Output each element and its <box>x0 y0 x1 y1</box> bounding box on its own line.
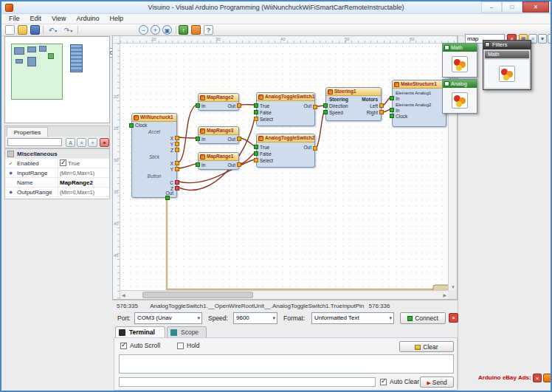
upload-arduino-icon[interactable] <box>179 25 188 35</box>
expand-all-icon[interactable]: + <box>88 138 97 147</box>
enabled-checkbox[interactable] <box>60 159 66 166</box>
zoom-fit-icon[interactable] <box>162 25 172 35</box>
block-maprange3[interactable]: MapRange3 In Out <box>198 126 239 144</box>
tab-scope[interactable]: Scope <box>167 326 207 338</box>
pin-clock[interactable] <box>390 114 394 118</box>
pin-false[interactable] <box>254 151 258 156</box>
pin-in[interactable] <box>196 162 200 167</box>
clear-button[interactable]: Clear <box>399 341 454 352</box>
pin-panel-icon[interactable]: ✦ <box>100 138 109 147</box>
connect-button[interactable]: Connect <box>400 312 446 324</box>
pin-right[interactable] <box>379 110 384 114</box>
category-header-analog[interactable]: Analog <box>443 80 477 88</box>
pin-button-z[interactable] <box>175 186 179 190</box>
tab-terminal[interactable]: Terminal <box>115 326 165 338</box>
menu-arduino[interactable]: Arduino <box>71 14 104 23</box>
title-bar[interactable]: Visuino - Visual Arduino Programming (Wi… <box>1 1 551 14</box>
redo-icon[interactable] <box>61 25 75 35</box>
block-analogtoggleswitch2[interactable]: AnalogToggleSwitch2 True False Select Ou… <box>256 134 315 168</box>
save-file-icon[interactable] <box>30 25 40 35</box>
minimize-button[interactable] <box>481 1 502 13</box>
maximize-button[interactable] <box>502 1 522 13</box>
pin-select[interactable] <box>254 158 258 162</box>
pin-direction[interactable] <box>323 103 328 108</box>
terminal-output[interactable] <box>119 354 454 374</box>
filters-category-math[interactable]: Math <box>485 51 529 58</box>
pin-button-c[interactable] <box>175 180 179 185</box>
pin-in-analog1[interactable] <box>390 96 394 100</box>
block-header[interactable]: AnalogToggleSwitch1 <box>257 93 314 101</box>
pin-out[interactable] <box>237 137 241 141</box>
block-header[interactable]: MapRange1 <box>199 153 238 161</box>
block-analogtoggleswitch1[interactable]: AnalogToggleSwitch1 True False Select Ou… <box>256 92 315 126</box>
component-tile[interactable] <box>485 60 529 88</box>
block-header[interactable]: Steering1 <box>326 88 381 96</box>
pin-out[interactable] <box>313 146 317 151</box>
pin-accel-x[interactable] <box>175 136 179 140</box>
pin-speed[interactable] <box>323 110 328 114</box>
pin-true[interactable] <box>254 103 258 108</box>
property-row-enabled[interactable]: ✓ Enabled True <box>5 159 109 168</box>
pin-clock[interactable] <box>129 123 134 128</box>
pin-stick-x[interactable] <box>175 161 179 165</box>
tab-properties[interactable]: Properties <box>7 127 48 137</box>
component-tile[interactable] <box>443 88 477 113</box>
send-input[interactable] <box>119 377 376 387</box>
property-category-row[interactable]: Miscellaneous <box>5 149 109 159</box>
pin-in[interactable] <box>196 103 200 108</box>
pin-false[interactable] <box>254 110 258 114</box>
open-file-icon[interactable] <box>18 25 27 35</box>
close-button[interactable] <box>522 1 549 13</box>
block-header[interactable]: WiiNunchuck1 <box>132 114 176 122</box>
block-wiinunchuck1[interactable]: WiiNunchuck1 Clock Accel X Y Z Stick X Y… <box>131 113 177 198</box>
wire-color-icon[interactable] <box>191 25 201 35</box>
block-maprange1[interactable]: MapRange1 In Out <box>198 152 239 170</box>
auto-scroll-checkbox[interactable] <box>120 343 127 349</box>
menu-help[interactable]: Help <box>104 14 128 23</box>
block-header[interactable]: MakeStructure1 <box>393 80 446 89</box>
pin-select[interactable] <box>254 117 258 121</box>
send-button[interactable]: ▶Send <box>420 376 454 388</box>
pin-in-analog2[interactable] <box>390 108 394 112</box>
help-icon[interactable] <box>204 25 213 35</box>
pin-in[interactable] <box>196 137 200 141</box>
palette-category-math[interactable]: Math <box>442 43 477 78</box>
pin-true[interactable] <box>254 145 258 149</box>
port-select[interactable]: COM3 (Unav <box>134 312 202 324</box>
menu-file[interactable]: File <box>4 14 25 23</box>
menu-view[interactable]: View <box>46 14 71 23</box>
horizontal-scrollbar[interactable]: ◀▶ <box>120 290 448 299</box>
hold-checkbox[interactable] <box>177 343 184 349</box>
design-canvas[interactable]: 20 30 40 50 60 20 25 30 35 40 45 <box>112 35 458 300</box>
categorized-view-icon[interactable]: ≡ <box>77 138 86 147</box>
close-ads-icon[interactable]: × <box>533 374 542 382</box>
property-row-outputrange[interactable]: ◆ OutputRange (Min=0,Max=1) <box>5 188 109 197</box>
overview-minimap[interactable] <box>4 36 110 123</box>
properties-search-input[interactable] <box>7 138 62 146</box>
zoom-in-icon[interactable] <box>151 25 160 35</box>
block-header[interactable]: AnalogToggleSwitch2 <box>257 134 314 142</box>
block-header[interactable]: MapRange3 <box>199 127 238 135</box>
palette-more-icon[interactable] <box>548 34 552 44</box>
palette-category-analog[interactable]: Analog <box>442 79 477 114</box>
pin-out[interactable] <box>237 162 241 167</box>
pin-accel-z[interactable] <box>175 148 179 152</box>
pin-out[interactable] <box>165 196 170 200</box>
close-terminal-panel-icon[interactable]: × <box>449 313 458 323</box>
property-row-name[interactable]: Name MapRange2 <box>5 178 109 188</box>
block-header[interactable]: MapRange2 <box>199 94 238 102</box>
undo-icon[interactable] <box>46 25 60 35</box>
pin-accel-y[interactable] <box>175 142 179 146</box>
block-makestructure1[interactable]: MakeStructure1 Elements Analog1 In Eleme… <box>392 80 446 127</box>
pin-out[interactable] <box>313 105 317 109</box>
filters-window-titlebar[interactable]: Filters <box>483 41 531 49</box>
component-tile[interactable] <box>443 52 477 77</box>
format-select[interactable]: Unformatted Text <box>311 312 394 324</box>
canvas-content[interactable]: WiiNunchuck1 Clock Accel X Y Z Stick X Y… <box>120 44 448 290</box>
block-steering1[interactable]: Steering1 Steering Motors Direction Spee… <box>325 87 382 121</box>
new-file-icon[interactable] <box>5 25 15 35</box>
zoom-out-icon[interactable] <box>139 25 148 35</box>
pin-left[interactable] <box>379 103 384 108</box>
menu-edit[interactable]: Edit <box>25 14 47 23</box>
property-row-inputrange[interactable]: ◆ InputRange (Min=0,Max=1) <box>5 168 109 178</box>
